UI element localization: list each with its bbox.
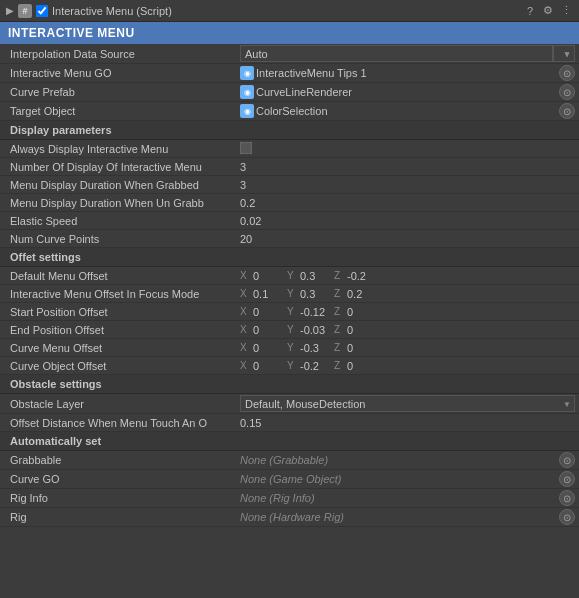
row-obstacle-layer: Obstacle Layer Default, MouseDetection ▼ bbox=[0, 394, 579, 414]
curve-object-offset-x: 0 bbox=[253, 360, 285, 372]
row-start-position-offset: Start Position Offset X 0 Y -0.12 Z 0 bbox=[0, 303, 579, 321]
automatically-set-header: Automatically set bbox=[0, 432, 579, 451]
y-label: Y bbox=[287, 270, 297, 281]
offset-settings-header: Offet settings bbox=[0, 248, 579, 267]
start-position-y: -0.12 bbox=[300, 306, 332, 318]
row-default-menu-offset: Default Menu Offset X 0 Y 0.3 Z -0.2 bbox=[0, 267, 579, 285]
y-label5: Y bbox=[287, 342, 297, 353]
row-end-position-offset: End Position Offset X 0 Y -0.03 Z 0 bbox=[0, 321, 579, 339]
rig-value: None (Hardware Rig) bbox=[240, 511, 555, 523]
grabbable-label: Grabbable bbox=[0, 454, 240, 466]
default-menu-offset-y: 0.3 bbox=[300, 270, 332, 282]
end-position-z: 0 bbox=[347, 324, 379, 336]
menu-display-ungrab-value: 0.2 bbox=[240, 197, 255, 209]
y-label2: Y bbox=[287, 288, 297, 299]
x-label: X bbox=[240, 270, 250, 281]
rig-info-value: None (Rig Info) bbox=[240, 492, 555, 504]
interpolation-data-source-row: Interpolation Data Source Auto ▼ Auto bbox=[0, 44, 579, 64]
interactive-menu-go-circle-btn[interactable]: ⊙ bbox=[559, 65, 575, 81]
num-curve-points-value: 20 bbox=[240, 233, 252, 245]
always-display-checkbox[interactable] bbox=[240, 142, 252, 154]
row-offset-distance: Offset Distance When Menu Touch An O 0.1… bbox=[0, 414, 579, 432]
curve-go-circle-btn[interactable]: ⊙ bbox=[559, 471, 575, 487]
x-label3: X bbox=[240, 306, 250, 317]
target-object-label: Target Object bbox=[0, 105, 240, 117]
interactive-menu-offset-focus-label: Interactive Menu Offset In Focus Mode bbox=[0, 288, 240, 300]
default-menu-offset-z: -0.2 bbox=[347, 270, 379, 282]
menu-display-grabbed-label: Menu Display Duration When Grabbed bbox=[0, 179, 240, 191]
interpolation-select[interactable]: Auto bbox=[240, 45, 553, 62]
curve-menu-offset-y: -0.3 bbox=[300, 342, 332, 354]
menu-display-ungrab-label: Menu Display Duration When Un Grabb bbox=[0, 197, 240, 209]
rig-label: Rig bbox=[0, 511, 240, 523]
z-label6: Z bbox=[334, 360, 344, 371]
row-target-object: Target Object ◉ ColorSelection ⊙ bbox=[0, 102, 579, 121]
curve-menu-offset-z: 0 bbox=[347, 342, 379, 354]
interactive-menu-go-value: InteractiveMenu Tips 1 bbox=[256, 67, 555, 79]
elastic-speed-value: 0.02 bbox=[240, 215, 261, 227]
curve-prefab-icon: ◉ bbox=[240, 85, 254, 99]
interactive-menu-go-icon: ◉ bbox=[240, 66, 254, 80]
curve-prefab-value: CurveLineRenderer bbox=[256, 86, 555, 98]
enabled-checkbox[interactable] bbox=[36, 5, 48, 17]
row-grabbable: Grabbable None (Grabbable) ⊙ bbox=[0, 451, 579, 470]
row-curve-object-offset: Curve Object Offset X 0 Y -0.2 Z 0 bbox=[0, 357, 579, 375]
x-label2: X bbox=[240, 288, 250, 299]
curve-menu-offset-label: Curve Menu Offset bbox=[0, 342, 240, 354]
rig-info-label: Rig Info bbox=[0, 492, 240, 504]
obstacle-settings-header: Obstacle settings bbox=[0, 375, 579, 394]
default-menu-offset-x: 0 bbox=[253, 270, 285, 282]
row-curve-go: Curve GO None (Game Object) ⊙ bbox=[0, 470, 579, 489]
row-interactive-menu-go: Interactive Menu GO ◉ InteractiveMenu Ti… bbox=[0, 64, 579, 83]
row-interactive-menu-offset-focus: Interactive Menu Offset In Focus Mode X … bbox=[0, 285, 579, 303]
interactive-offset-focus-x: 0.1 bbox=[253, 288, 285, 300]
interpolation-select[interactable]: Auto bbox=[553, 45, 575, 62]
menu-display-grabbed-value: 3 bbox=[240, 179, 246, 191]
curve-go-label: Curve GO bbox=[0, 473, 240, 485]
more-button[interactable]: ⋮ bbox=[559, 4, 573, 18]
z-label4: Z bbox=[334, 324, 344, 335]
end-position-x: 0 bbox=[253, 324, 285, 336]
y-label3: Y bbox=[287, 306, 297, 317]
row-number-of-display: Number Of Display Of Interactive Menu 3 bbox=[0, 158, 579, 176]
rig-info-circle-btn[interactable]: ⊙ bbox=[559, 490, 575, 506]
always-display-label: Always Display Interactive Menu bbox=[0, 143, 240, 155]
y-label4: Y bbox=[287, 324, 297, 335]
z-label5: Z bbox=[334, 342, 344, 353]
curve-prefab-circle-btn[interactable]: ⊙ bbox=[559, 84, 575, 100]
elastic-speed-label: Elastic Speed bbox=[0, 215, 240, 227]
script-icon: # bbox=[18, 4, 32, 18]
grabbable-value: None (Grabbable) bbox=[240, 454, 555, 466]
interpolation-label: Interpolation Data Source bbox=[0, 48, 240, 60]
y-label6: Y bbox=[287, 360, 297, 371]
row-rig: Rig None (Hardware Rig) ⊙ bbox=[0, 508, 579, 527]
title-bar: ▶ # Interactive Menu (Script) ? ⚙ ⋮ bbox=[0, 0, 579, 22]
curve-prefab-label: Curve Prefab bbox=[0, 86, 240, 98]
collapse-icon[interactable]: ▶ bbox=[6, 5, 14, 16]
title-bar-text: Interactive Menu (Script) bbox=[52, 5, 519, 17]
row-menu-display-ungrab: Menu Display Duration When Un Grabb 0.2 bbox=[0, 194, 579, 212]
x-label6: X bbox=[240, 360, 250, 371]
z-label3: Z bbox=[334, 306, 344, 317]
start-position-x: 0 bbox=[253, 306, 285, 318]
display-params-header: Display parameters bbox=[0, 121, 579, 140]
row-always-display: Always Display Interactive Menu bbox=[0, 140, 579, 158]
curve-object-offset-label: Curve Object Offset bbox=[0, 360, 240, 372]
row-curve-prefab: Curve Prefab ◉ CurveLineRenderer ⊙ bbox=[0, 83, 579, 102]
start-position-offset-label: Start Position Offset bbox=[0, 306, 240, 318]
row-curve-menu-offset: Curve Menu Offset X 0 Y -0.3 Z 0 bbox=[0, 339, 579, 357]
rig-circle-btn[interactable]: ⊙ bbox=[559, 509, 575, 525]
target-object-value: ColorSelection bbox=[256, 105, 555, 117]
help-button[interactable]: ? bbox=[523, 4, 537, 18]
target-object-icon: ◉ bbox=[240, 104, 254, 118]
row-menu-display-grabbed: Menu Display Duration When Grabbed 3 bbox=[0, 176, 579, 194]
settings-button[interactable]: ⚙ bbox=[541, 4, 555, 18]
default-menu-offset-label: Default Menu Offset bbox=[0, 270, 240, 282]
interactive-menu-go-label: Interactive Menu GO bbox=[0, 67, 240, 79]
target-object-circle-btn[interactable]: ⊙ bbox=[559, 103, 575, 119]
obstacle-layer-label: Obstacle Layer bbox=[0, 398, 240, 410]
interactive-offset-focus-z: 0.2 bbox=[347, 288, 379, 300]
grabbable-circle-btn[interactable]: ⊙ bbox=[559, 452, 575, 468]
obstacle-layer-select[interactable]: Default, MouseDetection bbox=[240, 395, 575, 412]
section-header: INTERACTIVE MENU bbox=[0, 22, 579, 44]
